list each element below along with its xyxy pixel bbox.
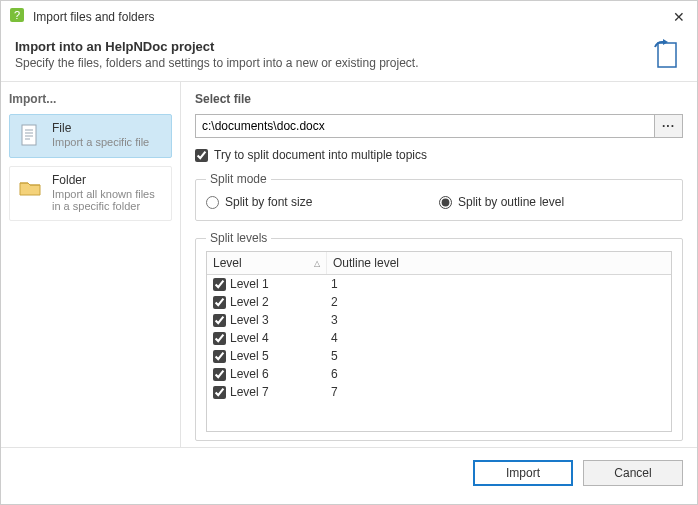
levels-table: Level △ Outline level Level 11Level 22Le…	[206, 251, 672, 432]
level-checkbox[interactable]	[213, 386, 226, 399]
table-row[interactable]: Level 33	[207, 311, 671, 329]
sidebar-item-label: File	[52, 121, 149, 135]
cell-outline: 4	[327, 331, 665, 345]
table-row[interactable]: Level 55	[207, 347, 671, 365]
col-level-label: Level	[213, 256, 242, 270]
titlebar: ? Import files and folders ✕	[1, 1, 697, 33]
level-label: Level 1	[230, 277, 269, 291]
file-icon	[16, 121, 44, 149]
sidebar-item-file[interactable]: File Import a specific file	[9, 114, 172, 158]
level-checkbox[interactable]	[213, 278, 226, 291]
table-row[interactable]: Level 11	[207, 275, 671, 293]
split-font-size-option[interactable]: Split by font size	[206, 192, 439, 212]
level-checkbox[interactable]	[213, 350, 226, 363]
cell-outline: 2	[327, 295, 665, 309]
split-doc-label: Try to split document into multiple topi…	[214, 148, 427, 162]
svg-rect-2	[658, 43, 676, 67]
sort-asc-icon: △	[314, 259, 320, 268]
window-title: Import files and folders	[33, 10, 661, 24]
cell-level: Level 3	[213, 313, 327, 327]
radio-label: Split by font size	[225, 195, 312, 209]
level-checkbox[interactable]	[213, 368, 226, 381]
col-outline[interactable]: Outline level	[327, 252, 671, 274]
body-columns: Import... File Import a specific file Fo…	[1, 82, 697, 447]
level-label: Level 2	[230, 295, 269, 309]
sidebar: Import... File Import a specific file Fo…	[1, 82, 181, 447]
import-button[interactable]: Import	[473, 460, 573, 486]
header: Import into an HelpNDoc project Specify …	[1, 33, 697, 82]
footer: Import Cancel	[1, 447, 697, 497]
level-label: Level 4	[230, 331, 269, 345]
cell-outline: 3	[327, 313, 665, 327]
level-label: Level 7	[230, 385, 269, 399]
col-level[interactable]: Level △	[207, 252, 327, 274]
sidebar-item-folder[interactable]: Folder Import all known files in a speci…	[9, 166, 172, 221]
app-icon: ?	[9, 7, 25, 26]
split-mode-fieldset: Split mode Split by font size Split by o…	[195, 172, 683, 221]
header-subtitle: Specify the files, folders and settings …	[15, 56, 643, 70]
table-row[interactable]: Level 22	[207, 293, 671, 311]
ellipsis-icon: ···	[662, 119, 675, 133]
cell-level: Level 6	[213, 367, 327, 381]
split-mode-legend: Split mode	[206, 172, 271, 186]
split-font-size-radio[interactable]	[206, 196, 219, 209]
cell-outline: 1	[327, 277, 665, 291]
split-doc-checkbox[interactable]	[195, 149, 208, 162]
sidebar-item-desc: Import all known files in a specific fol…	[52, 188, 165, 212]
cell-level: Level 7	[213, 385, 327, 399]
split-outline-level-radio[interactable]	[439, 196, 452, 209]
select-file-heading: Select file	[195, 92, 683, 106]
split-levels-fieldset: Split levels Level △ Outline level Level…	[195, 231, 683, 441]
cell-outline: 6	[327, 367, 665, 381]
header-title: Import into an HelpNDoc project	[15, 39, 643, 54]
cell-level: Level 5	[213, 349, 327, 363]
file-path-input[interactable]	[195, 114, 655, 138]
radio-label: Split by outline level	[458, 195, 564, 209]
level-label: Level 6	[230, 367, 269, 381]
close-icon: ✕	[673, 9, 685, 25]
levels-table-body[interactable]: Level 11Level 22Level 33Level 44Level 55…	[207, 275, 671, 430]
main-panel: Select file ··· Try to split document in…	[181, 82, 697, 447]
cell-level: Level 2	[213, 295, 327, 309]
split-outline-level-option[interactable]: Split by outline level	[439, 192, 672, 212]
level-label: Level 5	[230, 349, 269, 363]
cell-level: Level 1	[213, 277, 327, 291]
level-checkbox[interactable]	[213, 332, 226, 345]
svg-text:?: ?	[14, 9, 20, 21]
split-levels-legend: Split levels	[206, 231, 271, 245]
table-row[interactable]: Level 77	[207, 383, 671, 401]
level-label: Level 3	[230, 313, 269, 327]
folder-icon	[16, 173, 44, 201]
level-checkbox[interactable]	[213, 296, 226, 309]
level-checkbox[interactable]	[213, 314, 226, 327]
sidebar-heading: Import...	[9, 92, 172, 106]
sidebar-item-desc: Import a specific file	[52, 136, 149, 148]
cancel-button[interactable]: Cancel	[583, 460, 683, 486]
import-doc-icon	[651, 39, 683, 71]
cell-outline: 5	[327, 349, 665, 363]
cell-level: Level 4	[213, 331, 327, 345]
close-button[interactable]: ✕	[669, 7, 689, 27]
table-row[interactable]: Level 66	[207, 365, 671, 383]
cell-outline: 7	[327, 385, 665, 399]
levels-table-header: Level △ Outline level	[207, 252, 671, 275]
sidebar-item-label: Folder	[52, 173, 165, 187]
browse-button[interactable]: ···	[655, 114, 683, 138]
table-row[interactable]: Level 44	[207, 329, 671, 347]
svg-rect-4	[22, 125, 36, 145]
